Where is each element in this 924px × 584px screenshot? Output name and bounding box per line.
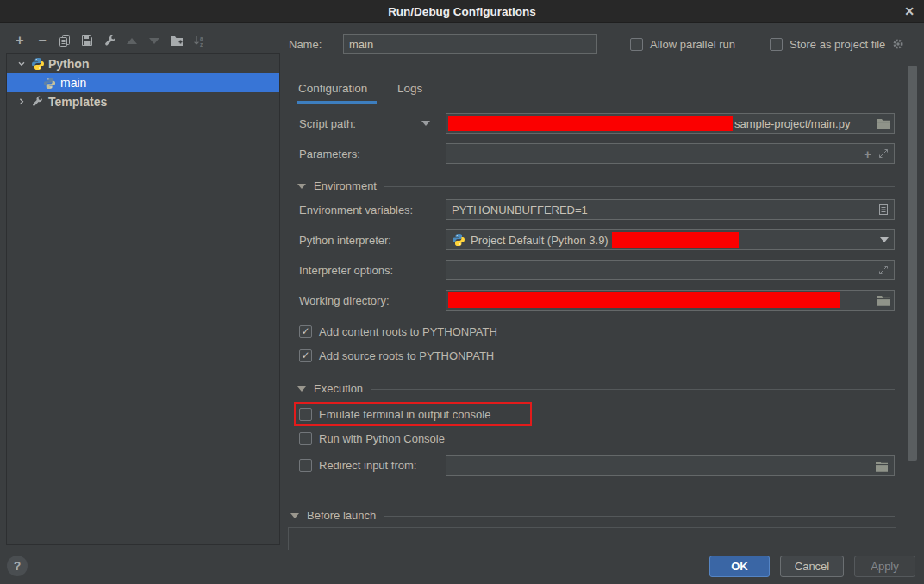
folder-icon[interactable] xyxy=(877,295,890,306)
save-configuration-icon[interactable] xyxy=(76,32,98,49)
allow-parallel-run-checkbox[interactable] xyxy=(630,38,643,51)
sort-configurations-icon[interactable]: az xyxy=(188,32,210,49)
run-debug-configurations-dialog: Run/Debug Configurations ✕ + − az xyxy=(0,0,924,584)
active-tab-underline xyxy=(297,101,377,104)
environment-section-label: Environment xyxy=(314,179,377,192)
combobox-arrow-icon[interactable] xyxy=(880,237,889,242)
help-button[interactable]: ? xyxy=(7,556,28,576)
interpreter-options-label: Interpreter options: xyxy=(299,260,393,280)
run-with-python-console-row: Run with Python Console xyxy=(299,429,445,448)
add-source-roots-checkbox[interactable] xyxy=(299,349,312,362)
add-configuration-icon[interactable]: + xyxy=(9,32,31,49)
tree-item-label: main xyxy=(60,76,86,90)
redacted-interpreter-path xyxy=(612,232,739,248)
working-directory-input[interactable] xyxy=(446,290,895,311)
python-logo-icon xyxy=(31,57,46,72)
expand-field-icon[interactable] xyxy=(878,148,889,159)
environment-section-header[interactable]: Environment xyxy=(297,177,895,194)
add-source-roots-row: Add source roots to PYTHONPATH xyxy=(299,346,494,365)
move-up-icon[interactable] xyxy=(121,32,143,49)
add-source-roots-label: Add source roots to PYTHONPATH xyxy=(319,349,494,362)
title-bar: Run/Debug Configurations ✕ xyxy=(0,0,924,23)
wrench-icon xyxy=(31,95,46,110)
run-with-python-console-label: Run with Python Console xyxy=(319,432,445,445)
chevron-right-icon[interactable] xyxy=(17,97,28,107)
script-path-dropdown-icon[interactable] xyxy=(421,121,430,126)
create-folder-icon[interactable] xyxy=(165,32,188,49)
parameters-label: Parameters: xyxy=(299,143,360,164)
python-interpreter-value: Project Default (Python 3.9) xyxy=(471,234,609,247)
add-content-roots-checkbox[interactable] xyxy=(299,325,312,338)
vertical-scrollbar-thumb[interactable] xyxy=(908,66,917,461)
gear-icon[interactable] xyxy=(892,38,904,50)
copy-configuration-icon[interactable] xyxy=(53,32,76,49)
add-macro-icon[interactable]: + xyxy=(864,147,871,161)
working-directory-label: Working directory: xyxy=(299,290,390,311)
before-launch-section-label: Before launch xyxy=(307,509,376,522)
redacted-working-directory xyxy=(448,292,840,308)
store-as-project-file-row: Store as project file xyxy=(770,35,904,53)
emulate-terminal-checkbox[interactable] xyxy=(299,408,312,421)
execution-section-label: Execution xyxy=(314,382,363,395)
redirect-input-file-input[interactable] xyxy=(446,455,895,476)
script-path-label: Script path: xyxy=(299,113,356,134)
tree-item-main[interactable]: main xyxy=(7,73,279,92)
interpreter-options-input[interactable] xyxy=(446,260,895,280)
python-logo-icon xyxy=(452,233,465,247)
python-interpreter-label: Python interpreter: xyxy=(299,229,391,250)
dialog-title: Run/Debug Configurations xyxy=(388,5,536,18)
tab-logs[interactable]: Logs xyxy=(397,82,422,95)
tab-configuration[interactable]: Configuration xyxy=(298,82,367,95)
cancel-button[interactable]: Cancel xyxy=(780,556,844,577)
emulate-terminal-row: Emulate terminal in output console xyxy=(299,405,490,424)
before-launch-section-header[interactable]: Before launch xyxy=(290,506,895,524)
folder-icon[interactable] xyxy=(875,461,889,472)
expand-field-icon[interactable] xyxy=(878,265,889,275)
tree-item-label: Python xyxy=(48,57,89,71)
environment-variables-value: PYTHONUNBUFFERED=1 xyxy=(452,204,588,217)
apply-button[interactable]: Apply xyxy=(854,556,915,577)
redirect-input-label: Redirect input from: xyxy=(319,459,416,472)
redirect-input-row: Redirect input from: xyxy=(299,455,416,474)
name-input[interactable]: main xyxy=(343,34,597,54)
parameters-input[interactable]: + xyxy=(446,143,895,164)
section-divider xyxy=(371,389,895,390)
collapse-triangle-icon[interactable] xyxy=(290,513,299,518)
name-label: Name: xyxy=(289,34,322,54)
script-path-input[interactable]: sample-project/main.py xyxy=(446,113,895,134)
environment-variables-label: Environment variables: xyxy=(299,199,413,220)
chevron-down-icon[interactable] xyxy=(17,59,28,69)
collapse-triangle-icon[interactable] xyxy=(297,184,306,189)
add-content-roots-row: Add content roots to PYTHONPATH xyxy=(299,322,497,341)
python-interpreter-combobox[interactable]: Project Default (Python 3.9) xyxy=(446,229,895,250)
store-as-project-file-label: Store as project file xyxy=(790,38,885,51)
tree-item-python[interactable]: Python xyxy=(7,54,279,73)
tree-item-templates[interactable]: Templates xyxy=(7,92,279,111)
script-path-visible-text: sample-project/main.py xyxy=(734,117,850,130)
allow-parallel-run-row: Allow parallel run xyxy=(630,35,735,53)
collapse-triangle-icon[interactable] xyxy=(297,386,306,392)
execution-section-header[interactable]: Execution xyxy=(297,380,895,397)
tree-item-label: Templates xyxy=(48,95,107,109)
remove-configuration-icon[interactable]: − xyxy=(31,32,53,49)
section-divider xyxy=(384,186,895,187)
python-script-icon xyxy=(43,76,58,91)
store-as-project-file-checkbox[interactable] xyxy=(770,38,783,51)
before-launch-task-list[interactable] xyxy=(288,527,896,550)
edit-templates-icon[interactable] xyxy=(98,32,121,49)
move-down-icon[interactable] xyxy=(143,32,165,49)
emulate-terminal-label: Emulate terminal in output console xyxy=(319,408,490,421)
svg-text:z: z xyxy=(200,41,203,47)
tree-toolbar: + − az xyxy=(9,31,210,50)
browse-variables-icon[interactable] xyxy=(878,204,889,216)
section-divider xyxy=(384,516,895,517)
add-content-roots-label: Add content roots to PYTHONPATH xyxy=(319,325,497,338)
close-icon[interactable]: ✕ xyxy=(904,3,915,19)
folder-icon[interactable] xyxy=(877,118,890,129)
redirect-input-checkbox[interactable] xyxy=(299,459,312,472)
svg-text:a: a xyxy=(200,35,203,41)
configurations-tree: Python main Templates xyxy=(6,53,280,545)
run-with-python-console-checkbox[interactable] xyxy=(299,432,312,445)
environment-variables-input[interactable]: PYTHONUNBUFFERED=1 xyxy=(446,199,895,220)
ok-button[interactable]: OK xyxy=(709,556,770,577)
